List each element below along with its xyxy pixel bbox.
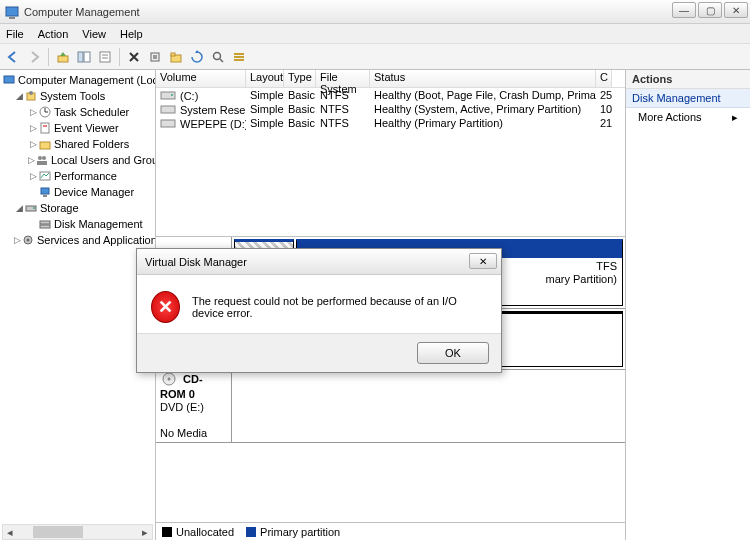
actions-more[interactable]: More Actions ▸ bbox=[626, 108, 750, 126]
svg-rect-28 bbox=[37, 161, 47, 165]
svg-rect-4 bbox=[84, 52, 90, 62]
menubar: File Action View Help bbox=[0, 24, 750, 44]
expand-icon[interactable]: ▷ bbox=[28, 139, 38, 149]
folder-icon[interactable] bbox=[167, 48, 185, 66]
properties-icon[interactable] bbox=[96, 48, 114, 66]
svg-point-37 bbox=[27, 239, 30, 242]
actions-header: Actions bbox=[626, 70, 750, 89]
tree-device-manager[interactable]: Device Manager bbox=[0, 184, 155, 200]
volume-list: (C:) Simple Basic NTFS Healthy (Boot, Pa… bbox=[156, 88, 625, 236]
list-icon[interactable] bbox=[230, 48, 248, 66]
scroll-left-icon[interactable]: ◂ bbox=[3, 525, 17, 539]
collapse-icon[interactable]: ◢ bbox=[14, 203, 24, 213]
svg-rect-14 bbox=[234, 53, 244, 55]
find-icon[interactable] bbox=[209, 48, 227, 66]
drive-icon bbox=[160, 103, 180, 116]
expand-icon[interactable]: ▷ bbox=[28, 107, 38, 117]
forward-icon[interactable] bbox=[25, 48, 43, 66]
window-titlebar: Computer Management — ▢ ✕ bbox=[0, 0, 750, 24]
col-filesystem[interactable]: File System bbox=[316, 70, 370, 87]
expand-icon[interactable]: ▷ bbox=[14, 235, 21, 245]
col-layout[interactable]: Layout bbox=[246, 70, 284, 87]
dialog-titlebar: Virtual Disk Manager ✕ bbox=[137, 249, 501, 275]
svg-point-46 bbox=[168, 377, 171, 380]
close-button[interactable]: ✕ bbox=[724, 2, 748, 18]
maximize-button[interactable]: ▢ bbox=[698, 2, 722, 18]
horizontal-scrollbar[interactable]: ◂ ▸ bbox=[2, 524, 153, 540]
up-icon[interactable] bbox=[54, 48, 72, 66]
svg-point-33 bbox=[33, 207, 35, 209]
tree-system-tools[interactable]: ◢ System Tools bbox=[0, 88, 155, 104]
cdrom-icon bbox=[160, 372, 180, 388]
dialog-close-button[interactable]: ✕ bbox=[469, 253, 497, 269]
col-type[interactable]: Type bbox=[284, 70, 316, 87]
menu-help[interactable]: Help bbox=[120, 28, 143, 40]
expand-icon[interactable]: ▷ bbox=[28, 155, 35, 165]
refresh-icon[interactable] bbox=[188, 48, 206, 66]
scroll-right-icon[interactable]: ▸ bbox=[138, 525, 152, 539]
volume-row[interactable]: WEPEPE (D:) Simple Basic NTFS Healthy (P… bbox=[156, 116, 625, 130]
col-capacity[interactable]: C bbox=[596, 70, 612, 87]
svg-line-13 bbox=[220, 59, 223, 62]
back-icon[interactable] bbox=[4, 48, 22, 66]
svg-rect-23 bbox=[41, 123, 49, 133]
tree-root[interactable]: Computer Management (Local bbox=[0, 72, 155, 88]
tree-disk-management[interactable]: Disk Management bbox=[0, 216, 155, 232]
col-volume[interactable]: Volume bbox=[156, 70, 246, 87]
svg-rect-38 bbox=[161, 92, 175, 99]
settings-icon[interactable] bbox=[146, 48, 164, 66]
svg-point-12 bbox=[214, 52, 221, 59]
window-title: Computer Management bbox=[24, 6, 140, 18]
svg-point-26 bbox=[38, 156, 42, 160]
drive-icon bbox=[160, 89, 180, 102]
svg-point-27 bbox=[42, 156, 46, 160]
expand-icon[interactable]: ▷ bbox=[28, 123, 38, 133]
tree-storage[interactable]: ◢ Storage bbox=[0, 200, 155, 216]
svg-rect-15 bbox=[234, 56, 244, 58]
menu-file[interactable]: File bbox=[6, 28, 24, 40]
tree-event-viewer[interactable]: ▷ Event Viewer bbox=[0, 120, 155, 136]
tree-performance[interactable]: ▷ Performance bbox=[0, 168, 155, 184]
tree-task-scheduler[interactable]: ▷ Task Scheduler bbox=[0, 104, 155, 120]
svg-point-39 bbox=[171, 94, 173, 96]
svg-point-19 bbox=[29, 91, 33, 95]
svg-rect-2 bbox=[58, 56, 68, 62]
svg-rect-3 bbox=[78, 52, 83, 62]
actions-pane: Actions Disk Management More Actions ▸ bbox=[626, 70, 750, 540]
tree-services-apps[interactable]: ▷ Services and Applications bbox=[0, 232, 155, 248]
dialog-message: The request could not be performed becau… bbox=[192, 295, 487, 319]
legend-swatch-blue bbox=[246, 527, 256, 537]
svg-rect-31 bbox=[43, 195, 47, 197]
svg-rect-16 bbox=[234, 59, 244, 61]
show-hide-tree-icon[interactable] bbox=[75, 48, 93, 66]
delete-icon[interactable] bbox=[125, 48, 143, 66]
svg-rect-30 bbox=[41, 188, 49, 194]
menu-view[interactable]: View bbox=[82, 28, 106, 40]
menu-action[interactable]: Action bbox=[38, 28, 69, 40]
svg-rect-17 bbox=[4, 76, 14, 83]
expand-icon[interactable]: ▷ bbox=[28, 171, 38, 181]
volume-row[interactable]: (C:) Simple Basic NTFS Healthy (Boot, Pa… bbox=[156, 88, 625, 102]
tree-pane: Computer Management (Local ◢ System Tool… bbox=[0, 70, 156, 540]
collapse-icon[interactable]: ◢ bbox=[14, 91, 24, 101]
svg-rect-5 bbox=[100, 52, 110, 62]
ok-button[interactable]: OK bbox=[417, 342, 489, 364]
error-dialog: Virtual Disk Manager ✕ ✕ The request cou… bbox=[136, 248, 502, 373]
tree-local-users[interactable]: ▷ Local Users and Groups bbox=[0, 152, 155, 168]
minimize-button[interactable]: — bbox=[672, 2, 696, 18]
disk-row[interactable]: CD-ROM 0 DVD (E:) No Media bbox=[156, 370, 625, 444]
volume-row[interactable]: System Reserved Simple Basic NTFS Health… bbox=[156, 102, 625, 116]
col-status[interactable]: Status bbox=[370, 70, 596, 87]
chevron-right-icon: ▸ bbox=[732, 111, 738, 124]
drive-icon bbox=[160, 117, 180, 130]
toolbar bbox=[0, 44, 750, 70]
legend-primary: Primary partition bbox=[246, 526, 340, 538]
error-icon: ✕ bbox=[151, 291, 180, 323]
svg-rect-40 bbox=[161, 106, 175, 113]
dialog-title: Virtual Disk Manager bbox=[145, 256, 247, 268]
actions-disk-management[interactable]: Disk Management bbox=[626, 89, 750, 108]
svg-rect-9 bbox=[153, 55, 157, 59]
tree-shared-folders[interactable]: ▷ Shared Folders bbox=[0, 136, 155, 152]
scrollbar-thumb[interactable] bbox=[33, 526, 83, 538]
svg-rect-41 bbox=[161, 120, 175, 127]
